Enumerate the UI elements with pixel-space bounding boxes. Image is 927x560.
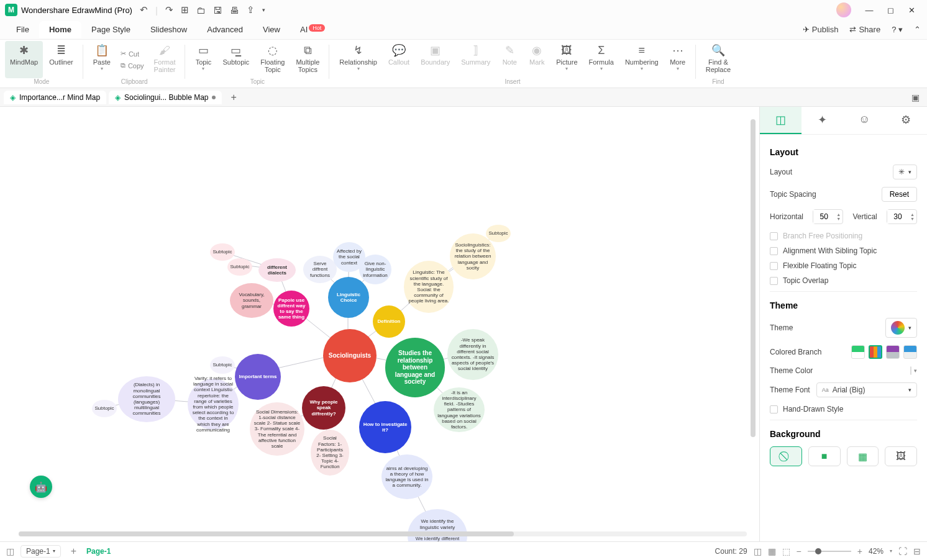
horizontal-scrollbar[interactable] [19,531,747,536]
important-terms-bubble[interactable]: Important terms [235,354,281,400]
subtopic-bubble-3[interactable]: Subtopic [210,243,235,261]
bg-solid[interactable]: ■ [808,446,841,466]
theme-font-dropdown[interactable]: AaArial (Big)▾ [816,382,917,397]
vscroll-thumb[interactable] [751,119,756,437]
checkbox-icon[interactable] [770,405,778,413]
factors-bubble[interactable]: Social Factors: 1- Participants 2- Setti… [311,430,349,476]
alignment-check[interactable]: Alignment With Sibling Topic [770,246,917,255]
branch-swatch-3[interactable] [886,345,900,359]
theme-color-strip[interactable] [910,366,911,375]
flexible-check[interactable]: Flexible Floating Topic [770,261,917,270]
branch-swatch-1[interactable] [851,345,865,359]
menu-slideshow[interactable]: Slideshow [140,21,197,38]
definition-bubble[interactable]: Definition [373,305,405,338]
vertical-stepper[interactable]: ▲▼ [887,209,917,224]
print-icon[interactable]: 🖶 [230,5,239,16]
topic-button[interactable]: ▭Topic▾ [190,41,216,78]
zoom-value[interactable]: 42% [869,547,884,556]
active-page-tab[interactable]: Page-1 [86,547,111,556]
note-button[interactable]: ✎Note [496,41,523,78]
qat-caret-icon[interactable]: ▾ [262,7,265,13]
h-down-icon[interactable]: ▼ [836,217,841,221]
hscroll-thumb[interactable] [19,531,514,536]
outliner-button[interactable]: ≣Outliner [44,41,78,78]
multiple-topics-button[interactable]: ⧉MultipleTopics [291,41,324,78]
investigate-bubble[interactable]: How to investigate it? [359,401,411,453]
maximize-button[interactable]: ◻ [880,6,901,15]
zoom-out-button[interactable]: − [797,546,801,556]
more-button[interactable]: ⋯More▾ [665,41,691,78]
mindmap-button[interactable]: ✱MindMap [5,41,43,78]
mind-map-canvas[interactable]: Sociolinguists Definition Linguistic Cho… [0,107,759,541]
side-tab-settings[interactable]: ⚙ [885,107,927,134]
copy-button[interactable]: ⧉Copy [117,60,148,71]
h-up-icon[interactable]: ▲ [836,212,841,217]
ai-assistant-button[interactable]: 🤖 [30,476,52,498]
socio-def-bubble[interactable]: Sociolinguistics: the study of the relat… [450,233,496,279]
view-1-icon[interactable]: ◫ [754,546,762,556]
add-page-button[interactable]: + [67,546,80,557]
relationship-button[interactable]: ↯Relationship▾ [334,41,382,78]
identify-bubble[interactable]: We identify the linguistic variety invol… [408,509,467,541]
open-icon[interactable]: 🗀 [196,5,206,16]
side-tab-effects[interactable]: ✦ [801,107,843,134]
zoom-in-button[interactable]: + [857,546,862,556]
floating-topic-button[interactable]: ◌FloatingTopic [255,41,290,78]
bg-pattern[interactable]: ▦ [847,446,879,466]
diff-dialects-bubble[interactable]: different dialects [258,258,296,282]
speak-diff-bubble[interactable]: -We speak differently in different socia… [447,329,498,380]
save-icon[interactable]: 🖫 [213,5,222,16]
canvas-area[interactable]: Sociolinguists Definition Linguistic Cho… [0,107,759,541]
nonling-bubble[interactable]: Give non-linguistic information [359,255,391,284]
view-3-icon[interactable]: ⬚ [782,546,790,556]
undo-icon[interactable]: ↶ [140,4,148,16]
minimize-button[interactable]: — [859,6,880,15]
chevron-down-icon[interactable]: ▾ [890,548,892,554]
branch-swatch-4[interactable] [903,345,917,359]
page-selector[interactable]: Page-1▾ [21,545,61,558]
subtopic-bubble-1[interactable]: Subtopic [92,400,117,417]
interdisc-bubble[interactable]: -It is an interdisciplinary field. -Stud… [434,387,485,432]
relationship-bubble[interactable]: Studies the relationship between languag… [385,338,445,397]
doc-tab-1[interactable]: ◈Importance...r Mind Map [4,91,106,104]
branch-swatch-2[interactable] [869,345,882,359]
why-speak-bubble[interactable]: Why people speak diffrently? [302,386,345,430]
fit-screen-icon[interactable]: ⛶ [898,546,907,556]
format-painter-button[interactable]: 🖌FormatPainter [149,41,181,78]
v-down-icon[interactable]: ▼ [910,217,915,221]
help-button[interactable]: ? ▾ [892,25,903,34]
picture-button[interactable]: 🖼Picture▾ [551,41,582,78]
formula-button[interactable]: ΣFormula▾ [584,41,619,78]
new-icon[interactable]: ⊞ [181,4,189,16]
dimensions-bubble[interactable]: Social Dimensions: 1-social distance sca… [250,402,304,456]
find-replace-button[interactable]: 🔍Find &Replace [701,41,736,78]
summary-button[interactable]: ⟧Summary [456,41,495,78]
bg-image[interactable]: 🖼 [885,446,917,466]
menu-page-style[interactable]: Page Style [81,21,140,38]
numbering-button[interactable]: ≡Numbering▾ [620,41,664,78]
aim-bubble[interactable]: aims at developing a theory of how langu… [381,454,432,499]
page-list-icon[interactable]: ◫ [6,546,14,556]
boundary-button[interactable]: ▣Boundary [416,41,455,78]
menu-file[interactable]: File [6,21,39,38]
menu-home[interactable]: Home [39,21,81,38]
varity-bubble[interactable]: Varity: it refers to language in social … [188,379,239,430]
doc-tab-2[interactable]: ◈Sociolingui... Bubble Map [109,91,222,104]
vertical-scrollbar[interactable] [751,119,756,517]
side-tab-layout[interactable]: ◫ [760,107,801,134]
hand-drawn-check[interactable]: Hand-Drawn Style [770,405,917,413]
vertical-input[interactable] [887,210,908,224]
vocab-bubble[interactable]: Vocabulary, sounds, grammar [230,283,273,318]
view-2-icon[interactable]: ▦ [768,546,776,556]
layout-dropdown[interactable]: ✳▾ [893,165,917,179]
dialects-bubble[interactable]: (Dialects) in monolingual communities (l… [118,376,175,422]
center-bubble[interactable]: Sociolinguists [323,329,377,382]
horizontal-input[interactable] [813,210,834,224]
overlap-check[interactable]: Topic Overlap [770,276,917,285]
reset-button[interactable]: Reset [882,187,917,202]
share-button[interactable]: ⇄Share [849,25,880,34]
collapse-ribbon-button[interactable]: ⌃ [914,25,921,34]
subtopic-bubble-4[interactable]: Subtopic [227,258,252,276]
cut-button[interactable]: ✂Cut [117,48,148,59]
publish-button[interactable]: ✈Publish [803,25,839,34]
